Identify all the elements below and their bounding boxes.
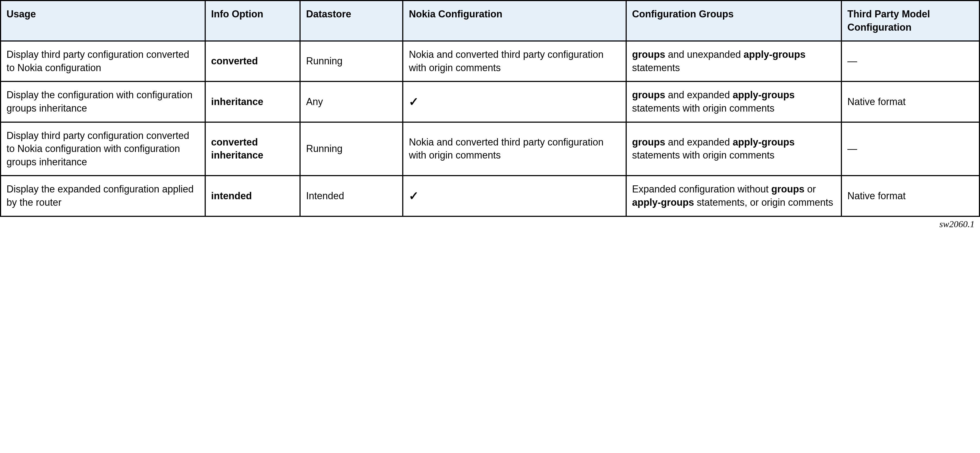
cell-datastore: Intended xyxy=(300,176,403,216)
cg-text: statements with origin comments xyxy=(632,150,775,161)
table-container: Usage Info Option Datastore Nokia Config… xyxy=(0,0,980,229)
cell-config-groups: groups and unexpanded apply-groups state… xyxy=(626,41,842,81)
cg-bold2: apply-groups xyxy=(744,49,805,60)
cg-bold2: apply-groups xyxy=(632,197,694,208)
cg-text: statements, or origin comments xyxy=(694,197,833,208)
info-option-value: converted inheritance xyxy=(211,136,263,161)
cg-bold1: groups xyxy=(632,136,665,148)
cg-bold1: groups xyxy=(632,89,665,100)
cg-bold2: apply-groups xyxy=(733,89,795,100)
cg-bold2: apply-groups xyxy=(733,136,795,148)
table-row: Display the configuration with configura… xyxy=(0,81,980,122)
cell-datastore: Running xyxy=(300,41,403,81)
cell-third-party: — xyxy=(842,41,980,81)
cell-datastore: Any xyxy=(300,81,403,122)
cell-usage: Display the expanded configuration appli… xyxy=(0,176,205,216)
cell-usage: Display third party configuration conver… xyxy=(0,41,205,81)
table-row: Display the expanded configuration appli… xyxy=(0,176,980,216)
info-option-value: converted xyxy=(211,55,258,67)
cg-text: or xyxy=(805,184,816,195)
cell-third-party: — xyxy=(842,122,980,176)
cell-nokia-config: Nokia and converted third party configur… xyxy=(403,122,626,176)
cell-datastore: Running xyxy=(300,122,403,176)
cg-bold1: groups xyxy=(771,184,805,195)
checkmark-icon: ✓ xyxy=(409,95,419,108)
info-option-value: intended xyxy=(211,190,252,201)
info-option-value: inheritance xyxy=(211,96,263,107)
cell-info-option: inheritance xyxy=(205,81,300,122)
cell-nokia-config: ✓ xyxy=(403,176,626,216)
checkmark-icon: ✓ xyxy=(409,189,419,203)
cell-config-groups: Expanded configuration without groups or… xyxy=(626,176,842,216)
cell-usage: Display the configuration with configura… xyxy=(0,81,205,122)
header-usage: Usage xyxy=(0,0,205,41)
cg-text: and unexpanded xyxy=(665,49,744,60)
cg-text: and expanded xyxy=(665,89,733,100)
cg-bold1: groups xyxy=(632,49,665,60)
cg-text: statements with origin comments xyxy=(632,103,775,114)
cg-text: Expanded configuration without xyxy=(632,184,771,195)
cell-info-option: intended xyxy=(205,176,300,216)
cell-info-option: converted xyxy=(205,41,300,81)
table-row: Display third party configuration conver… xyxy=(0,41,980,81)
header-info-option: Info Option xyxy=(205,0,300,41)
cell-third-party: Native format xyxy=(842,81,980,122)
cell-nokia-config: Nokia and converted third party configur… xyxy=(403,41,626,81)
cell-config-groups: groups and expanded apply-groups stateme… xyxy=(626,122,842,176)
header-config-groups: Configuration Groups xyxy=(626,0,842,41)
header-third-party: Third Party Model Configuration xyxy=(842,0,980,41)
header-nokia-config: Nokia Configuration xyxy=(403,0,626,41)
header-datastore: Datastore xyxy=(300,0,403,41)
config-table: Usage Info Option Datastore Nokia Config… xyxy=(0,0,980,217)
cell-usage: Display third party configuration conver… xyxy=(0,122,205,176)
cg-text: and expanded xyxy=(665,136,733,148)
cg-text: statements xyxy=(632,62,680,73)
cell-info-option: converted inheritance xyxy=(205,122,300,176)
cell-third-party: Native format xyxy=(842,176,980,216)
table-header-row: Usage Info Option Datastore Nokia Config… xyxy=(0,0,980,41)
cell-nokia-config: ✓ xyxy=(403,81,626,122)
cell-config-groups: groups and expanded apply-groups stateme… xyxy=(626,81,842,122)
table-row: Display third party configuration conver… xyxy=(0,122,980,176)
figure-caption: sw2060.1 xyxy=(0,217,980,229)
